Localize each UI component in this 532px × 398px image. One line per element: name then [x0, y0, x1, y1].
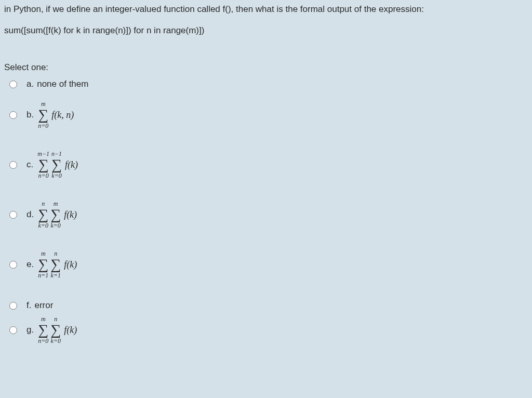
sigma-c2: n−1 ∑ k=0: [51, 151, 62, 179]
sigma-c1: m−1 ∑ n=0: [37, 151, 49, 179]
option-a-label: a. none of them: [26, 79, 88, 89]
question-line-2: sum([sum([f(k) for k in range(n)]) for n…: [4, 23, 528, 37]
radio-g[interactable]: [9, 326, 17, 334]
option-c: c. m−1 ∑ n=0 n−1 ∑ k=0 f(k): [9, 151, 532, 179]
option-f-label: f. error: [26, 300, 53, 311]
radio-d[interactable]: [9, 211, 17, 219]
radio-f[interactable]: [9, 302, 17, 310]
question-text: in Python, if we define an integer-value…: [0, 0, 532, 37]
sigma-g2: n ∑ k=0: [50, 316, 61, 344]
sigma-icon: ∑: [38, 323, 48, 337]
sigma-g1: m ∑ n=0: [38, 316, 48, 344]
option-a-text: none of them: [37, 79, 88, 89]
option-d: d. n ∑ k=0 m ∑ k=0 f(k): [9, 201, 532, 229]
sigma-icon: ∑: [50, 207, 61, 222]
sigma-d2: m ∑ k=0: [50, 201, 61, 229]
option-g: g. m ∑ n=0 n ∑ k=0 f(k): [9, 316, 532, 344]
option-c-letter: c.: [26, 160, 33, 170]
option-f-text: error: [34, 300, 53, 311]
sigma-icon: ∑: [38, 108, 48, 122]
option-d-letter: d.: [26, 209, 34, 220]
sigma-icon: ∑: [38, 257, 48, 272]
option-b: b. m ∑ n=0 f(k, n): [9, 101, 532, 129]
sigma-d1: n ∑ k=0: [38, 201, 48, 229]
option-c-fn: f(k): [65, 160, 78, 170]
option-a: a. none of them: [9, 79, 532, 89]
sigma-icon: ∑: [51, 157, 62, 172]
option-b-label: b. m ∑ n=0 f(k, n): [26, 101, 74, 129]
option-f-letter: f.: [26, 300, 31, 311]
option-e-fn: f(k): [64, 259, 77, 270]
option-e: e. m ∑ n=1 n ∑ k=1 f(k): [9, 250, 532, 278]
option-c-label: c. m−1 ∑ n=0 n−1 ∑ k=0 f(k): [26, 151, 78, 179]
sigma-icon: ∑: [38, 207, 48, 222]
sigma-e1: m ∑ n=1: [38, 250, 48, 278]
options-list: a. none of them b. m ∑ n=0 f(k, n) c. m−…: [0, 79, 532, 344]
option-g-fn: f(k): [64, 325, 77, 336]
option-g-letter: g.: [26, 325, 34, 335]
sigma-icon: ∑: [50, 323, 61, 337]
option-a-letter: a.: [26, 79, 34, 89]
option-f: f. error: [9, 300, 532, 311]
sigma-icon: ∑: [38, 157, 49, 172]
option-b-letter: b.: [26, 110, 34, 120]
option-g-label: g. m ∑ n=0 n ∑ k=0 f(k): [26, 316, 77, 344]
sigma-icon: ∑: [50, 257, 61, 272]
select-one-label: Select one:: [0, 62, 532, 73]
sigma-e2: n ∑ k=1: [50, 250, 61, 278]
option-d-fn: f(k): [64, 209, 77, 220]
radio-a[interactable]: [9, 81, 17, 88]
radio-c[interactable]: [9, 161, 17, 169]
radio-b[interactable]: [9, 111, 17, 119]
radio-e[interactable]: [9, 261, 17, 269]
question-line-1: in Python, if we define an integer-value…: [4, 2, 528, 16]
sigma-b: m ∑ n=0: [38, 101, 48, 129]
option-e-label: e. m ∑ n=1 n ∑ k=1 f(k): [26, 250, 77, 278]
option-b-fn: f(k, n): [51, 110, 74, 121]
option-d-label: d. n ∑ k=0 m ∑ k=0 f(k): [26, 201, 77, 229]
option-e-letter: e.: [26, 259, 34, 270]
